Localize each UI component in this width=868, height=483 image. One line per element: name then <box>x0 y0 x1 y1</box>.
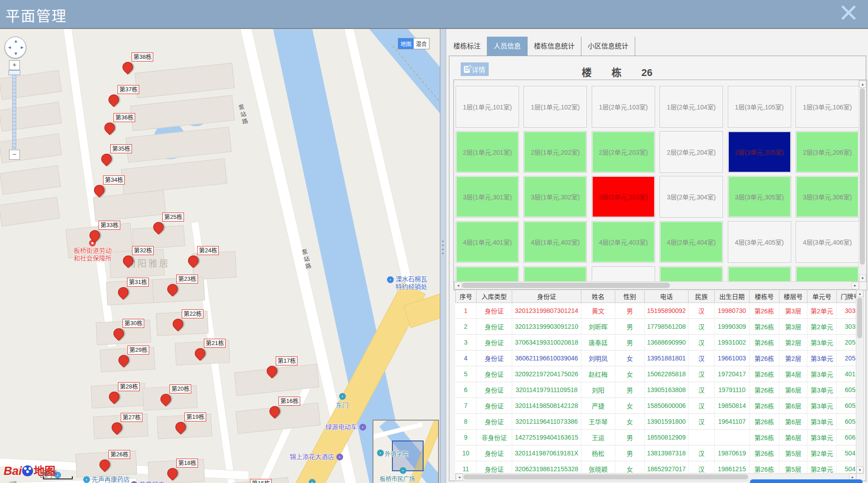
map-marker-label[interactable]: 第31栋 <box>127 278 149 287</box>
scroll-down-icon[interactable]: ▾ <box>856 466 863 474</box>
map-marker-label[interactable]: 第19栋 <box>184 412 206 421</box>
col-header-电话[interactable]: 电话 <box>645 290 689 303</box>
map-marker-label[interactable]: 第37栋 <box>118 85 139 94</box>
pan-left-icon[interactable]: ◄ <box>7 45 12 50</box>
map-marker-label[interactable]: 第25栋 <box>162 213 184 222</box>
grid-hscroll-thumb[interactable] <box>462 283 670 288</box>
baidu-map[interactable]: 泵站路泵站路向阳雅居3幢 板桥街道劳动和社会保障所★溧水石棉瓦特约经销处▪东门▪… <box>0 28 440 483</box>
table-vscrollbar[interactable]: ▴ ▾ <box>856 289 864 474</box>
map-marker-label[interactable]: 第30栋 <box>123 319 144 328</box>
map-marker-label[interactable]: 第35栋 <box>110 144 132 153</box>
map-marker-label[interactable]: 第21栋 <box>204 339 226 348</box>
table-row[interactable]: 4身份证360621196610039046刘明凤女13951881801汉19… <box>456 350 856 366</box>
poi-label-hotel[interactable]: 锦上添花大酒店 <box>290 453 334 461</box>
tab-楼栋标注[interactable]: 楼栋标注 <box>447 37 487 56</box>
room-cell[interactable]: 2层(2单元,204室) <box>660 131 723 173</box>
map-marker-label[interactable]: 第18栋 <box>176 459 198 468</box>
poi-label-labor-office[interactable]: 板桥街道劳动和社会保障所 <box>74 247 112 262</box>
map-marker-label[interactable]: 第20栋 <box>170 384 191 393</box>
room-cell[interactable]: 1层(3单元,106室) <box>796 86 859 128</box>
room-cell[interactable]: 1层(2单元,103室) <box>592 86 655 128</box>
map-marker-label[interactable]: 第36栋 <box>113 113 135 122</box>
col-header-楼栋号[interactable]: 楼栋号 <box>750 290 779 303</box>
map-marker-label[interactable]: 第33栋 <box>99 221 120 230</box>
table-row[interactable]: 10身份证32011419870619181X杨松男13813987318汉19… <box>456 445 856 461</box>
scroll-right-icon[interactable]: ▸ <box>851 282 859 289</box>
map-marker-label[interactable]: 第15栋 <box>250 479 272 483</box>
splitter-handle[interactable] <box>442 241 443 254</box>
room-cell[interactable]: 4层(3单元,405室) <box>728 221 791 263</box>
map-marker-pin[interactable] <box>120 60 135 75</box>
col-header-入库类型[interactable]: 入库类型 <box>476 290 512 303</box>
room-cell[interactable]: 3层(1单元,301室) <box>456 176 519 218</box>
scroll-up-icon[interactable]: ▴ <box>859 80 866 88</box>
tab-楼栋信息统计[interactable]: 楼栋信息统计 <box>528 37 581 56</box>
room-cell[interactable]: 2层(1单元,201室) <box>456 131 519 173</box>
room-cell[interactable]: 4层(2单元,403室) <box>592 221 655 263</box>
table-row[interactable]: 7身份证320114198508142128严捷女15850600006汉198… <box>456 398 856 414</box>
room-cell[interactable]: 4层(2单元,404室) <box>660 221 723 263</box>
map-marker-label[interactable]: 第26栋 <box>108 450 130 459</box>
maptype-hybrid-button[interactable]: 混合 <box>414 38 429 49</box>
col-header-序号[interactable]: 序号 <box>456 290 476 303</box>
pan-down-icon[interactable]: ▼ <box>14 52 18 56</box>
poi-label-pharmacy[interactable]: 先声再康药店 <box>92 476 130 483</box>
col-header-民族[interactable]: 民族 <box>689 290 715 303</box>
col-header-性别[interactable]: 性别 <box>615 290 645 303</box>
room-cell[interactable]: 1层(1单元,102室) <box>524 86 587 128</box>
detail-button[interactable]: 详情 <box>461 62 489 76</box>
tab-小区信息统计[interactable]: 小区信息统计 <box>581 37 635 56</box>
pan-up-icon[interactable]: ▲ <box>14 39 18 43</box>
map-marker-label[interactable]: 第23栋 <box>176 275 198 284</box>
poi-label-asbestos-shop[interactable]: 溧水石棉瓦特约经销处 <box>396 275 427 291</box>
table-row[interactable]: 6身份证320114197911109518刘阳男13905163808汉197… <box>456 382 856 398</box>
room-cell[interactable]: 1层(1单元,101室) <box>456 86 519 128</box>
room-cell[interactable]: 3层(1单元,302室) <box>524 176 587 218</box>
room-cell[interactable]: 4层(3单元,406室) <box>796 221 859 263</box>
grid-vscroll-thumb[interactable] <box>860 88 865 265</box>
zoom-out-button[interactable]: − <box>9 150 20 160</box>
map-marker-label[interactable]: 第38栋 <box>132 52 153 62</box>
table-hscroll-thumb[interactable] <box>463 474 748 479</box>
room-cell[interactable]: 1层(3单元,105室) <box>728 86 791 128</box>
table-row[interactable]: 3身份证370634199310020818唐奉廷男13688690990汉19… <box>456 335 856 350</box>
scroll-left-icon[interactable]: ◂ <box>454 282 462 289</box>
map-marker-label[interactable]: 第29栋 <box>127 346 149 355</box>
room-cell[interactable]: 1层(2单元,104室) <box>660 86 723 128</box>
table-vscroll-thumb[interactable] <box>857 298 862 338</box>
col-header-门牌号[interactable]: 门牌号 <box>837 290 856 303</box>
poi-label-east-gate[interactable]: 东门 <box>336 402 349 409</box>
map-marker-pin[interactable] <box>106 92 121 107</box>
poi-label-suguo-market[interactable]: 苏果超市 <box>139 481 165 483</box>
zoom-slider-thumb[interactable] <box>9 70 20 75</box>
map-marker-label[interactable]: 第32栋 <box>132 246 154 255</box>
map-marker-pin[interactable] <box>102 120 117 135</box>
scroll-left-icon[interactable]: ◂ <box>456 474 463 481</box>
table-row[interactable]: 1身份证320123199807301214黄文男15195890092汉199… <box>456 303 856 319</box>
close-icon[interactable]: × <box>833 0 864 28</box>
zoom-slider-track[interactable] <box>12 71 16 149</box>
room-cell[interactable]: 3层(3单元,305室) <box>728 176 791 218</box>
map-marker-pin[interactable] <box>99 152 114 166</box>
map-marker-label[interactable]: 第28栋 <box>118 382 140 391</box>
map-pan-control[interactable]: ▲ ▼ ◄ ► <box>5 37 26 58</box>
grid-hscrollbar[interactable]: ◂ ▸ <box>454 281 859 290</box>
pan-right-icon[interactable]: ► <box>20 45 24 50</box>
col-header-出生日期[interactable]: 出生日期 <box>715 290 750 303</box>
map-marker-label[interactable]: 第34栋 <box>103 175 125 185</box>
col-header-身份证[interactable]: 身份证 <box>512 290 581 303</box>
zoom-in-button[interactable]: + <box>9 60 20 70</box>
room-cell[interactable]: 4层(1单元,402室) <box>524 221 587 263</box>
table-row[interactable]: 11身份证320623198612155328张晓颖女18652927017汉1… <box>456 461 856 474</box>
map-marker-label[interactable]: 第16栋 <box>278 397 300 406</box>
room-cell[interactable]: 3层(2单元,303室) <box>592 176 655 218</box>
table-row[interactable]: 5身份证320922197204175026赵红梅女15062285818汉19… <box>456 366 856 382</box>
panel-hscroll-thumb[interactable] <box>750 479 863 483</box>
map-marker-label[interactable]: 第22栋 <box>182 309 203 318</box>
col-header-姓名[interactable]: 姓名 <box>581 290 615 303</box>
tab-人员信息[interactable]: 人员信息 <box>487 37 528 56</box>
map-marker-label[interactable]: 第27栋 <box>121 413 142 422</box>
col-header-楼层号[interactable]: 楼层号 <box>779 290 807 303</box>
scroll-down-icon[interactable]: ▾ <box>859 275 866 282</box>
table-row[interactable]: 9非身份证142725199404163615王运男18550812909第26… <box>456 430 856 445</box>
